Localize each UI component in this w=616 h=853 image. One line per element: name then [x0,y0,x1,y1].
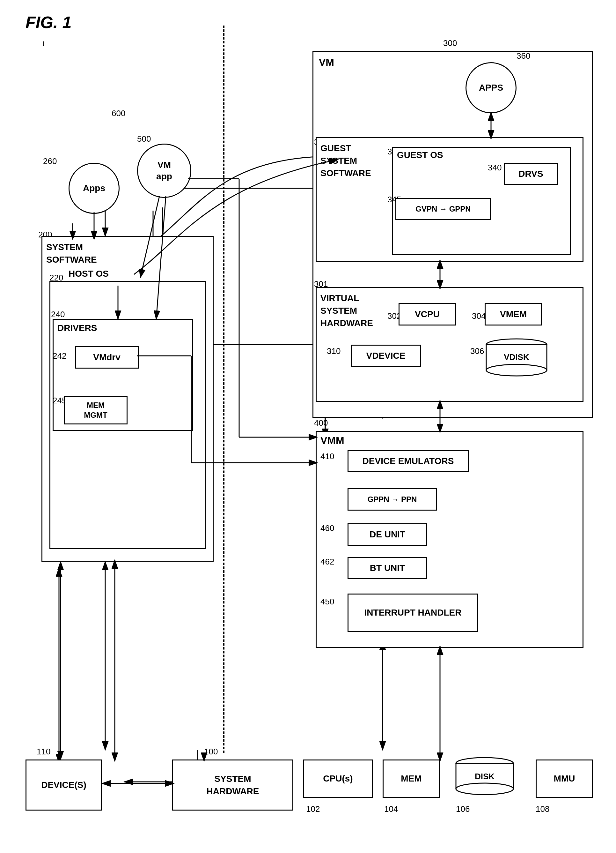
ref-360: 360 [516,51,530,61]
apps-circle: APPS [466,62,516,113]
vm-app-circle: VM app [137,144,191,198]
de-unit-box: DE UNIT [348,524,427,546]
mem-mgmt-box: MEM MGMT [64,396,127,424]
cpus-box: CPU(s) [303,759,373,798]
gppn-ppn-box: GPPN → PPN [348,488,437,511]
vmem-label: VMEM [500,308,527,320]
vmdrv-label: VMdrv [93,352,121,363]
svg-text:VDISK: VDISK [504,352,529,362]
mmu-label: MMU [554,773,575,785]
svg-point-22 [486,364,547,376]
ref-306: 306 [470,346,484,356]
disk-cylinder: DISK [453,756,516,801]
guest-os-label: GUEST OS [397,149,443,161]
ref-310: 310 [327,346,341,356]
interrupt-handler-box: INTERRUPT HANDLER [348,593,478,632]
bt-unit-box: BT UNIT [348,557,427,579]
ref-304: 304 [472,311,486,321]
ref-108: 108 [536,804,549,814]
vmem-box: VMEM [484,303,542,325]
ref-450: 450 [321,597,334,607]
ref-106: 106 [456,804,470,814]
vdevice-label: VDEVICE [366,350,406,361]
gvpn-gppn-label: GVPN → GPPN [415,204,471,214]
system-hardware-label: SYSTEM HARDWARE [207,773,259,797]
ref-200-arrow: ↓ [41,38,45,48]
drivers-label: DRIVERS [58,322,97,334]
ref-100: 100 [204,747,218,757]
vcpu-box: VCPU [398,303,456,325]
device-emulators-box: DEVICE EMULATORS [348,450,469,472]
mem-mgmt-label: MEM MGMT [84,400,107,420]
ref-300: 300 [443,38,457,48]
ref-260: 260 [43,156,57,166]
host-os-label: HOST OS [68,268,109,279]
vm-app-label: VM app [156,159,172,182]
svg-point-26 [456,783,513,795]
vmdrv-box: VMdrv [75,346,139,369]
apps-left-label: Apps [83,182,105,194]
ref-500: 500 [137,134,151,144]
ref-400: 400 [314,418,328,428]
svg-text:DISK: DISK [475,772,495,781]
apps-label: APPS [479,82,503,94]
ref-600: 600 [112,108,125,118]
ref-340: 340 [488,163,501,173]
gppn-ppn-label: GPPN → PPN [368,494,417,504]
system-hardware-box: SYSTEM HARDWARE [172,759,293,811]
ref-240: 240 [51,310,65,319]
ref-102: 102 [306,804,320,814]
apps-left-circle: Apps [68,163,120,214]
device-emulators-label: DEVICE EMULATORS [363,455,454,467]
mem-box: MEM [383,759,440,798]
mmu-box: MMU [536,759,593,798]
fig-label: FIG. 1 [26,13,71,32]
cpus-label: CPU(s) [323,773,353,785]
ref-242: 242 [53,351,66,361]
diagram: FIG. 1 [0,0,616,853]
drvs-box: DRVS [504,163,558,185]
devices-label: DEVICE(S) [41,779,86,791]
ref-104: 104 [384,804,398,814]
drvs-label: DRVS [518,168,543,180]
system-software-label: SYSTEM SOFTWARE [46,241,97,266]
divider [223,26,224,753]
vm-label: VM [319,56,334,69]
devices-box: DEVICE(S) [26,759,102,811]
gvpn-gppn-box: GVPN → GPPN [395,198,491,220]
virtual-system-hardware-label: VIRTUAL SYSTEM HARDWARE [321,292,373,329]
vdevice-box: VDEVICE [351,345,421,367]
de-unit-label: DE UNIT [369,529,405,540]
mem-label: MEM [401,773,422,785]
vdisk-cylinder: VDISK [484,338,548,376]
ref-462: 462 [321,557,334,567]
ref-410: 410 [321,452,334,461]
vmm-label: VMM [321,434,344,448]
interrupt-handler-label: INTERRUPT HANDLER [365,607,462,618]
ref-110: 110 [37,747,50,757]
guest-system-software-label: GUEST SYSTEM SOFTWARE [321,142,371,180]
ref-460: 460 [321,524,334,533]
bt-unit-label: BT UNIT [370,562,405,574]
vcpu-label: VCPU [415,308,440,320]
